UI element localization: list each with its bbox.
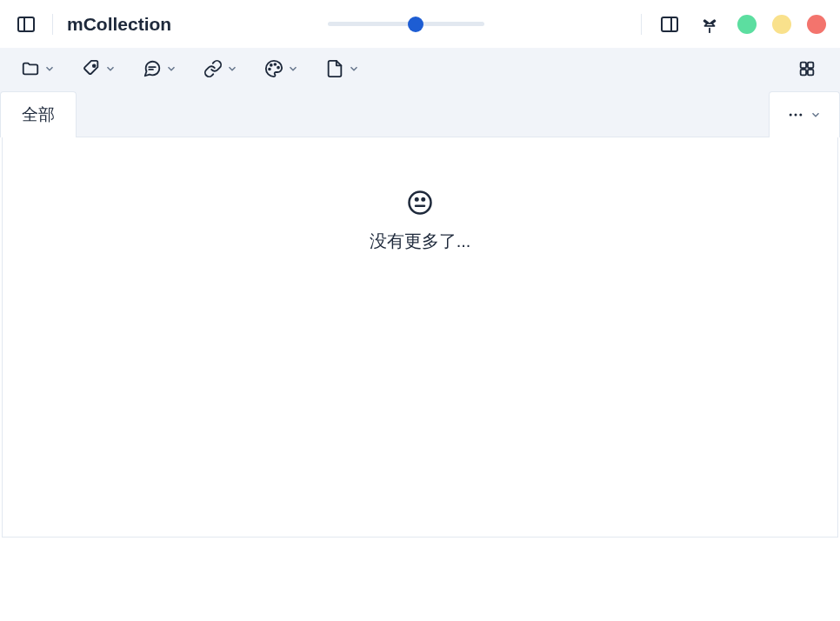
content-area: 没有更多了... (2, 137, 838, 538)
tab-bar: 全部 (0, 90, 840, 137)
minimize-button[interactable] (737, 15, 757, 34)
svg-rect-2 (662, 17, 677, 31)
tag-icon (82, 59, 101, 78)
app-title: mCollection (67, 14, 171, 35)
header-divider (52, 14, 53, 35)
empty-state-icon (407, 190, 433, 219)
folder-icon (21, 59, 40, 78)
header-divider-right (641, 14, 642, 35)
svg-point-7 (274, 63, 276, 65)
svg-rect-0 (18, 17, 34, 31)
chevron-down-icon (226, 63, 238, 75)
zoom-slider[interactable] (328, 22, 484, 26)
svg-rect-12 (808, 63, 813, 68)
folder-menu[interactable] (21, 59, 56, 78)
zoom-slider-handle[interactable] (408, 17, 423, 32)
chevron-down-icon (810, 109, 822, 121)
svg-point-9 (270, 64, 272, 66)
svg-point-8 (277, 67, 279, 69)
svg-rect-14 (808, 70, 813, 75)
chevron-down-icon (287, 63, 299, 75)
close-button[interactable] (807, 15, 826, 34)
grid-icon (797, 59, 817, 78)
empty-state-message: 没有更多了... (370, 230, 471, 253)
panel-left-icon (16, 14, 37, 35)
svg-rect-11 (801, 63, 806, 68)
svg-point-10 (269, 69, 270, 70)
header-left: mCollection (14, 12, 171, 37)
pin-button[interactable] (697, 12, 722, 37)
panel-right-icon (659, 14, 680, 35)
header-center (171, 22, 641, 26)
palette-icon (264, 59, 283, 78)
svg-point-4 (93, 64, 96, 67)
svg-point-17 (799, 114, 802, 117)
svg-point-15 (790, 114, 792, 117)
panel-toggle-button[interactable] (657, 12, 682, 37)
header-bar: mCollection (0, 0, 840, 48)
comment-menu[interactable] (143, 59, 177, 78)
grid-view-button[interactable] (795, 57, 819, 81)
pin-icon (700, 15, 719, 34)
svg-rect-13 (801, 70, 806, 75)
tab-spacer (77, 90, 769, 137)
svg-point-16 (795, 114, 797, 117)
tab-all[interactable]: 全部 (0, 91, 77, 137)
svg-point-20 (416, 198, 418, 201)
tag-menu[interactable] (82, 59, 117, 78)
chevron-down-icon (348, 63, 360, 75)
link-menu[interactable] (203, 59, 238, 78)
tab-label: 全部 (22, 104, 55, 126)
file-icon (325, 59, 344, 78)
comment-icon (143, 59, 162, 78)
link-icon (203, 59, 223, 78)
neutral-face-icon (407, 190, 433, 216)
more-icon (787, 106, 804, 124)
chevron-down-icon (165, 63, 177, 75)
header-right (641, 12, 826, 37)
sidebar-toggle-button[interactable] (14, 12, 38, 37)
svg-point-18 (410, 192, 431, 214)
file-menu[interactable] (325, 59, 360, 78)
palette-menu[interactable] (264, 59, 299, 78)
tab-actions-menu[interactable] (769, 91, 840, 137)
maximize-button[interactable] (772, 15, 791, 34)
chevron-down-icon (104, 63, 117, 75)
toolbar (0, 48, 840, 90)
chevron-down-icon (43, 63, 56, 75)
svg-point-21 (423, 198, 425, 201)
